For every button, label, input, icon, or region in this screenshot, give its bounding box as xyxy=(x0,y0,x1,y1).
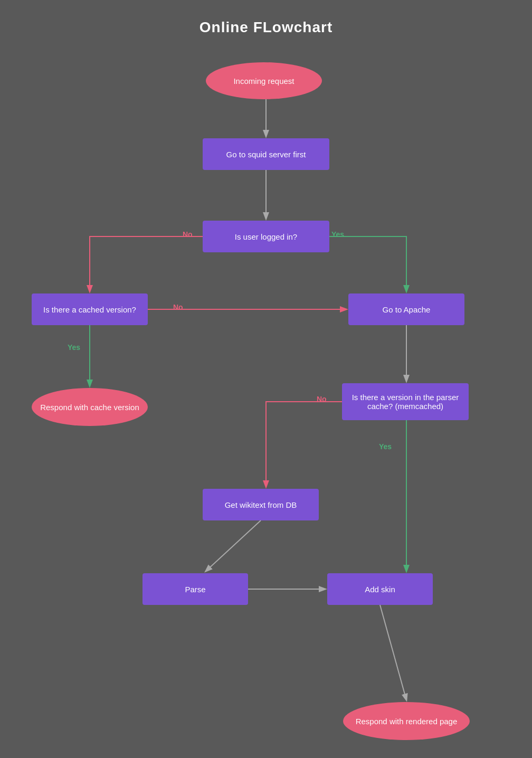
node-cached: Is there a cached version? xyxy=(32,293,148,325)
label-no-parser: No xyxy=(317,395,327,403)
node-squid: Go to squid server first xyxy=(203,138,329,170)
label-yes-cached: Yes xyxy=(68,343,80,352)
label-no-logged: No xyxy=(183,230,193,239)
node-incoming: Incoming request xyxy=(206,62,322,99)
label-yes-logged: Yes xyxy=(331,230,344,239)
node-respond-cache: Respond with cache version xyxy=(32,388,148,426)
node-wikitext: Get wikitext from DB xyxy=(203,489,319,520)
node-logged-in: Is user logged in? xyxy=(203,221,329,252)
svg-line-8 xyxy=(380,605,406,700)
label-yes-parser: Yes xyxy=(379,442,392,451)
svg-line-6 xyxy=(206,520,261,571)
page-title: Online FLowchart xyxy=(0,0,532,36)
node-apache: Go to Apache xyxy=(348,293,464,325)
node-parse: Parse xyxy=(142,573,248,605)
node-add-skin: Add skin xyxy=(327,573,433,605)
node-parser-cache: Is there a version in the parser cache? … xyxy=(342,383,469,420)
label-no-cached: No xyxy=(173,303,183,311)
node-respond-rendered: Respond with rendered page xyxy=(343,702,470,740)
